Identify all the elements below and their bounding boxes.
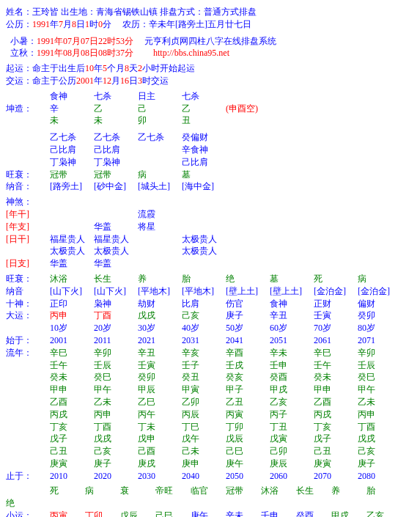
cell: 戊午 [182,433,226,445]
cell: 戊戌 [94,433,138,445]
cell: 养 [138,273,182,285]
cell: 华盖 [94,257,138,270]
cell: 2070 [314,470,358,483]
cell: 己比肩 [182,156,226,169]
cell: 丁亥 [314,421,358,433]
cell: 绝 [226,273,270,285]
cell: 甲寅 [182,384,226,396]
cell: 己亥 [94,445,138,458]
cell: 死 [314,273,358,285]
cell: 长生 [94,273,138,285]
cell: 40岁 [182,322,226,334]
cell: 70岁 [314,322,358,334]
url-link[interactable]: http://bbs.china95.net [153,48,229,58]
cell: 乙酉 [50,396,94,408]
cell: 癸酉 [270,371,314,384]
cell: 枭神 [94,298,138,310]
cell: 2021 [138,334,182,347]
shensha: 神煞： [年干]流霞[年支]华盖将星[日干]福星贵人福星贵人太极贵人太极贵人太极… [6,196,414,270]
cell: 癸巳 [358,371,402,384]
cell: 太极贵人 [182,233,226,246]
cell: 己未 [182,445,226,458]
cell: 辛卯 [94,347,138,359]
cell: 己丑 [314,445,358,458]
cell: 甲子 [226,384,270,396]
system-name: 元亨利贞网四柱八字在线排盘系统 [144,36,276,46]
cell: 庚寅 [50,458,94,470]
cell: 50岁 [226,322,270,334]
cell: 七杀 [94,90,138,103]
cell: 乙七杀 [138,131,182,144]
cell: 丁酉 [94,421,138,433]
cell: 己比肩 [94,144,138,156]
cell: 病 [85,485,120,497]
cell: 2050 [226,470,270,483]
cell: 庚辰 [270,458,314,470]
cell: 墓 [182,169,226,181]
cell: 癸未 [50,371,94,384]
cell: 20岁 [94,322,138,334]
cell: 壬戌 [226,359,270,372]
cell: 伤官 [226,298,270,310]
cell: [平地木] [138,285,182,298]
cell: 戊辰 [226,433,270,445]
cell: 太极贵人 [50,245,94,257]
cell: 壬午 [50,359,94,372]
cell: 甲辰 [138,384,182,396]
cell: 比肩 [182,298,226,310]
cell: [山下火] [94,285,138,298]
cell: 辛酉 [226,347,270,359]
cell: 己酉 [138,445,182,458]
cell: 10岁 [50,322,94,334]
cell: [平地木] [182,285,226,298]
cell: 丙申 [94,408,138,421]
cell: [金泊金] [358,285,402,298]
cell: [城头土] [138,180,182,193]
cell: 冠带 [94,169,138,181]
cell: 丙戌 [50,408,94,421]
cell: 丁巳 [182,421,226,433]
cell: 偏财 [358,298,402,310]
cell: 癸未 [314,371,358,384]
cell: [金泊金] [314,285,358,298]
cell: [壁上土] [226,285,270,298]
cell: 甲午 [358,384,402,396]
cell: 辛丑 [138,347,182,359]
header: 姓名：王玲皆 出生地：青海省锡铁山镇 排盘方式：普通方式排盘 公历：1991年7… [6,6,414,59]
cell: 丁未 [138,421,182,433]
cell: 己比肩 [50,144,94,156]
cell: 庚子 [94,458,138,470]
cell: 辛食神 [182,144,226,156]
cell: 2040 [182,470,226,483]
cell: 丙子 [270,408,314,421]
cell: 胎 [366,485,402,497]
cell: 甲申 [50,384,94,396]
cell: 癸巳 [94,371,138,384]
cell: 华盖 [50,257,94,270]
cell: 沐浴 [50,273,94,285]
cell: 壬辰 [94,359,138,372]
cell: 2080 [358,470,402,483]
cell: 丙申 [358,408,402,421]
cell: 食神 [270,298,314,310]
cell: 正财 [314,298,358,310]
cell: 戊子 [314,433,358,445]
cell: 劫财 [138,298,182,310]
cell: 丁枭神 [94,156,138,169]
cell [138,144,182,156]
cell: 壬申 [270,359,314,372]
cell: 2041 [226,334,270,347]
cell: 庚午 [226,458,270,470]
cell: 甲午 [94,384,138,396]
cell: 乙七杀 [50,131,94,144]
cell: 冠带 [50,169,94,181]
cell: 流霞 [138,208,182,221]
cell: 丁卯 [226,421,270,433]
cell: 2001 [50,334,94,347]
cell: 癸丑 [182,371,226,384]
cell: 绝 [6,497,41,510]
cell: 2010 [50,470,94,483]
cell: 乙丑 [226,396,270,408]
cell: 辛未 [270,347,314,359]
cell: 辛亥 [182,347,226,359]
